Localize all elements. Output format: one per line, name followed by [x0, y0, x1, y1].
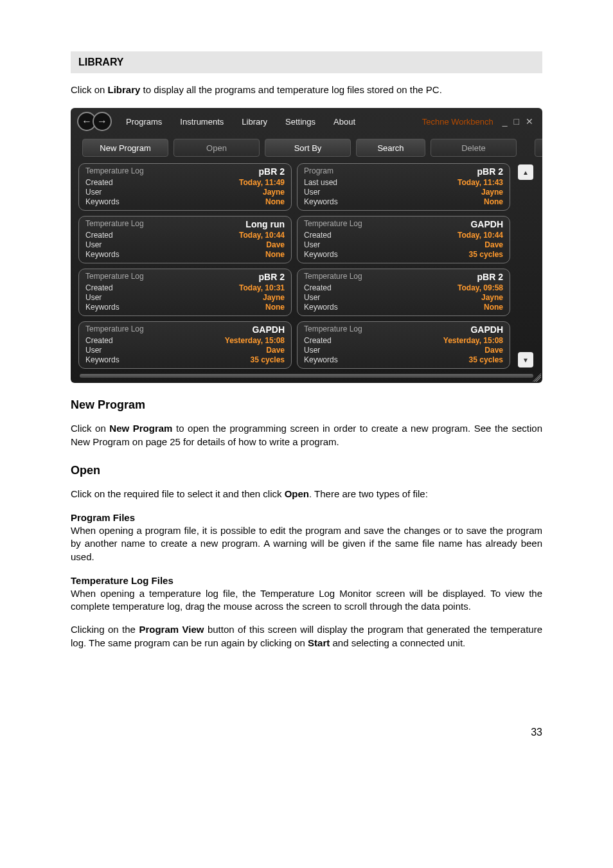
file-card[interactable]: Temperature LogpBR 2CreatedToday, 09:58U…: [297, 269, 510, 316]
field-value: Yesterday, 15:08: [338, 336, 503, 345]
field-label: User: [304, 346, 338, 355]
paragraph: When opening a program file, it is possi…: [71, 524, 542, 563]
field-value: Today, 10:31: [120, 283, 285, 292]
field-label: Keywords: [304, 355, 338, 364]
field-value: 35 cycles: [338, 250, 503, 259]
sort-by-button[interactable]: Sort By: [265, 139, 351, 157]
card-type: Temperature Log: [304, 272, 362, 282]
card-type: Temperature Log: [85, 272, 144, 282]
field-value: Dave: [338, 346, 503, 355]
card-type: Temperature Log: [304, 219, 362, 229]
field-label: User: [304, 293, 338, 302]
text-bold: Library: [108, 84, 141, 95]
paragraph: Clicking on the Program View button of t…: [71, 623, 542, 650]
field-label: Created: [304, 231, 338, 240]
paragraph: Click on the required file to select it …: [71, 488, 542, 500]
window-minimize-icon[interactable]: _: [502, 116, 510, 127]
field-value: Today, 10:44: [338, 231, 503, 240]
field-value: Jayne: [120, 188, 285, 197]
file-card[interactable]: Temperature LogpBR 2CreatedToday, 11:49U…: [78, 163, 292, 211]
file-card[interactable]: Temperature LogGAPDHCreatedToday, 10:44U…: [297, 216, 510, 263]
text-bold: Program View: [139, 624, 204, 635]
menu-instruments[interactable]: Instruments: [180, 117, 224, 127]
file-card[interactable]: Temperature LogpBR 2CreatedToday, 10:31U…: [78, 269, 292, 316]
file-card[interactable]: Temperature LogGAPDHCreatedYesterday, 15…: [78, 321, 292, 369]
text: Click on the required file to select it …: [71, 488, 285, 499]
card-name: Long run: [245, 219, 285, 229]
paragraph: Click on New Program to open the program…: [71, 422, 542, 448]
text-bold: New Program: [109, 423, 172, 434]
field-value: 35 cycles: [120, 355, 285, 364]
field-label: Keywords: [304, 250, 338, 259]
run-button[interactable]: Run: [535, 139, 542, 157]
heading-new-program: New Program: [71, 398, 542, 412]
field-label: Created: [85, 178, 120, 187]
menu-programs[interactable]: Programs: [126, 117, 162, 127]
card-type: Temperature Log: [85, 324, 144, 335]
field-value: None: [338, 197, 503, 206]
file-card[interactable]: Temperature LogLong runCreatedToday, 10:…: [78, 216, 292, 263]
section-title: LIBRARY: [71, 51, 542, 73]
heading-temp-log-files: Temperature Log Files: [71, 575, 542, 586]
field-label: User: [304, 240, 338, 249]
text: Click on: [71, 423, 109, 434]
field-label: Keywords: [304, 303, 338, 312]
search-button[interactable]: Search: [356, 139, 425, 157]
window-maximize-icon[interactable]: □: [514, 116, 522, 127]
field-value: None: [120, 303, 285, 312]
file-card[interactable]: Temperature LogGAPDHCreatedYesterday, 15…: [297, 321, 510, 369]
text: Clicking on the: [71, 624, 139, 635]
card-type: Temperature Log: [85, 166, 144, 177]
card-name: GAPDH: [470, 219, 503, 229]
field-value: Jayne: [120, 293, 285, 302]
card-name: pBR 2: [259, 272, 285, 282]
field-value: 35 cycles: [338, 355, 503, 364]
nav-forward-button[interactable]: →: [93, 112, 112, 131]
scroll-up-icon[interactable]: [518, 164, 533, 180]
card-name: pBR 2: [477, 272, 503, 282]
main-menu: Programs Instruments Library Settings Ab…: [126, 117, 355, 127]
field-value: None: [120, 197, 285, 206]
footer-divider: [80, 374, 533, 378]
scroll-down-icon[interactable]: [518, 352, 533, 368]
field-value: Jayne: [338, 188, 503, 197]
field-value: Dave: [120, 346, 285, 355]
app-title: Techne Workbench: [422, 117, 493, 127]
card-name: GAPDH: [470, 324, 503, 335]
app-window: ← → Programs Instruments Library Setting…: [71, 108, 542, 383]
field-value: Yesterday, 15:08: [120, 336, 285, 345]
heading-program-files: Program Files: [71, 512, 542, 523]
text: and selecting a connected unit.: [330, 637, 465, 648]
new-program-button[interactable]: New Program: [82, 139, 168, 157]
page-number: 33: [0, 727, 542, 738]
card-type: Temperature Log: [304, 324, 362, 335]
window-close-icon[interactable]: ✕: [526, 116, 536, 127]
intro-paragraph: Click on Library to display all the prog…: [71, 84, 542, 96]
heading-open: Open: [71, 464, 542, 477]
text-bold: Start: [308, 637, 330, 648]
menu-settings[interactable]: Settings: [285, 117, 315, 127]
text: Click on: [71, 84, 108, 95]
field-label: Created: [85, 283, 120, 292]
field-label: Keywords: [85, 250, 120, 259]
field-value: Jayne: [338, 293, 503, 302]
file-card[interactable]: ProgrampBR 2Last usedToday, 11:43UserJay…: [297, 163, 510, 211]
field-label: User: [85, 188, 120, 197]
menu-about[interactable]: About: [333, 117, 355, 127]
toolbar: New Program Open Sort By Search Delete R…: [71, 137, 542, 163]
field-label: User: [85, 346, 120, 355]
card-name: GAPDH: [252, 324, 285, 335]
field-label: Created: [85, 336, 120, 345]
cards-list: Temperature LogpBR 2CreatedToday, 11:49U…: [78, 163, 510, 369]
field-value: Today, 10:44: [120, 231, 285, 240]
scrollbar[interactable]: [518, 163, 535, 369]
open-button[interactable]: Open: [173, 139, 260, 157]
field-label: User: [85, 293, 120, 302]
resize-grip-icon[interactable]: [532, 373, 541, 382]
delete-button[interactable]: Delete: [431, 139, 517, 157]
menu-library[interactable]: Library: [242, 117, 267, 127]
text-bold: Open: [285, 488, 309, 499]
text: to display all the programs and temperat…: [140, 84, 441, 95]
field-value: None: [338, 303, 503, 312]
field-value: Dave: [120, 240, 285, 249]
